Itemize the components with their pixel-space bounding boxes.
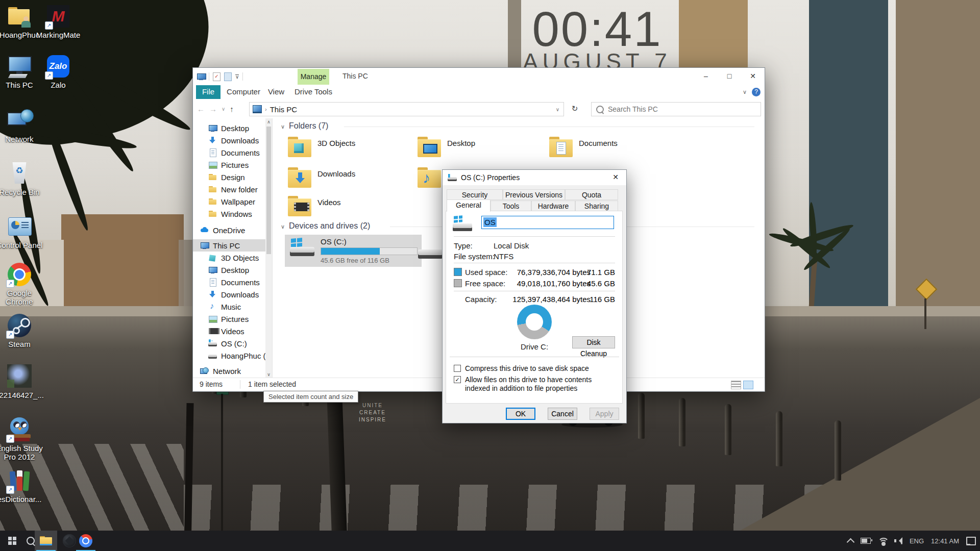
desktop-icon-label: MarkingMate [32,31,85,39]
taskbar-chrome[interactable] [75,531,97,551]
forward-icon[interactable]: → [209,105,217,113]
customize-qat-icon[interactable]: ∨ [235,74,239,79]
scrollbar-thumb[interactable] [266,127,271,254]
folder-tile-videos[interactable]: Videos [288,196,405,222]
disk-cleanup-button[interactable]: Disk Cleanup [572,336,615,348]
sidebar-item-pictures[interactable]: Pictures [193,159,272,171]
close-icon[interactable]: ✕ [605,170,626,185]
minimize-button[interactable]: – [694,68,718,85]
desktop-icon-english-study[interactable]: ↗ English Study Pro 2012 [0,417,46,461]
sidebar-item-downloads[interactable]: Downloads [193,134,272,146]
wifi-icon[interactable] [878,538,887,544]
cancel-button[interactable]: Cancel [548,408,577,420]
devices-section-header[interactable]: ∨Devices and drives (2) [281,221,370,231]
sidebar-item-wallpaper[interactable]: Wallpaper [193,195,272,208]
tab-general[interactable]: General [447,199,491,212]
tab-previous-versions[interactable]: Previous Versions [503,189,565,200]
help-icon[interactable]: ? [752,88,761,96]
recent-locations-icon[interactable]: ∨ [222,106,225,112]
compress-checkbox[interactable] [454,365,461,372]
scroll-up-icon[interactable]: ∧ [265,118,272,126]
computer-icon[interactable] [197,73,205,80]
title-bar[interactable]: ✓ ∨ Manage This PC – □ ✕ [193,68,765,85]
notification-center-icon[interactable] [966,537,976,545]
desktop-icon-control-panel[interactable]: Control Panel [0,214,46,249]
sidebar-scrollbar[interactable]: ∧ ∨ [265,118,272,378]
maximize-button[interactable]: □ [718,68,741,85]
drive-icon-partial[interactable] [417,240,444,260]
details-view-icon[interactable] [731,381,741,389]
dialog-title-bar[interactable]: OS (C:) Properties ✕ [443,170,626,185]
sidebar-item-downloads-pc[interactable]: Downloads [193,288,272,300]
collapse-ribbon-icon[interactable]: ∨ [743,89,747,95]
breadcrumb[interactable]: This PC [270,105,297,114]
sidebar-item-desktop-pc[interactable]: Desktop [193,264,272,276]
sidebar-item-new-folder[interactable]: New folder [193,183,272,195]
up-icon[interactable]: ↑ [230,105,234,113]
folder-tile-desktop[interactable]: Desktop [418,137,535,163]
taskbar-file-explorer[interactable] [35,531,57,551]
desktop-icon-zalo[interactable]: Zalo ↗ Zalo [32,54,85,89]
folder-tile-documents[interactable]: Documents [549,137,667,163]
refresh-button[interactable]: ↻ [568,102,581,115]
show-hidden-icons-chevron[interactable] [847,538,855,546]
ok-button[interactable]: OK [506,408,535,420]
monitor-icon [200,241,209,249]
sidebar-item-music[interactable]: Music [193,300,272,313]
sidebar-item-documents-pc[interactable]: Documents [193,276,272,288]
sidebar-item-documents[interactable]: Documents [193,146,272,159]
apply-button[interactable]: Apply [590,408,619,420]
taskbar-clock[interactable]: 12:41 AM [931,537,959,545]
back-icon[interactable]: ← [197,105,205,113]
thumbnails-view-icon[interactable] [743,381,753,389]
chrome-blue-icon [15,270,24,279]
desktop-icon-google-chrome[interactable]: ↗ Google Chrome [0,262,46,306]
tab-drive-tools[interactable]: Drive Tools [292,85,335,99]
sidebar-item-pictures-pc[interactable]: Pictures [193,313,272,325]
index-checkbox[interactable]: ✓ [454,376,461,383]
ribbon-right-controls: ∨ ? [743,85,761,99]
sidebar-item-design[interactable]: Design [193,171,272,183]
tab-file[interactable]: File [196,85,220,99]
sidebar-item-videos[interactable]: Videos [193,325,272,337]
tab-view[interactable]: View [263,85,289,99]
tab-sharing[interactable]: Sharing [575,201,618,211]
tab-security[interactable]: Security [447,189,503,200]
folder-tile-3d-objects[interactable]: 3D Objects [288,137,405,163]
desktop-icon-recycle-bin[interactable]: ♻ Recycle Bin [0,161,46,196]
sidebar-item-onedrive[interactable]: OneDrive [193,224,272,236]
chrome-icon [79,534,92,547]
tab-computer[interactable]: Computer [223,85,264,99]
desktop-icon-esdictionary[interactable]: ↗ esDictionar... [0,468,46,504]
tab-quota[interactable]: Quota [565,189,618,200]
tab-hardware[interactable]: Hardware [531,201,575,211]
sidebar-item-network[interactable]: Network [193,365,272,377]
desktop-icon-steam[interactable]: ↗ Steam [0,313,46,348]
used-space-size: 71.1 GB [579,268,615,277]
drive-tile-os-c[interactable]: OS (C:) 45.6 GB free of 116 GB [285,235,422,267]
new-folder-icon[interactable] [224,72,232,81]
sidebar-item-3d-objects[interactable]: 3D Objects [193,252,272,264]
properties-icon[interactable]: ✓ [213,72,220,81]
download-arrow-icon [296,172,305,188]
sidebar-item-hoangphuc-d[interactable]: HoangPhuc (D:) [193,349,272,362]
language-indicator[interactable]: ENG [910,537,924,545]
tab-tools[interactable]: Tools [491,201,531,211]
scroll-down-icon[interactable]: ∨ [265,371,272,378]
search-input[interactable]: Search This PC [591,102,761,116]
close-button[interactable]: ✕ [741,68,765,85]
desktop-icon-markingmate[interactable]: M ↗ MarkingMate [32,4,85,39]
volume-icon[interactable] [894,537,902,544]
desktop-icon-network[interactable]: Network [0,108,46,143]
desktop-icon-photo[interactable]: 222146427_... [0,364,46,399]
sidebar-item-desktop[interactable]: Desktop [193,122,272,134]
address-bar[interactable]: › This PC ∨ [249,102,564,116]
sidebar-item-windows[interactable]: Windows [193,208,272,220]
chevron-down-icon[interactable]: ∨ [556,107,559,112]
drive-name-field[interactable]: OS [481,216,614,229]
sidebar-item-os-c[interactable]: OS (C:) [193,337,272,349]
folders-section-header[interactable]: ∨Folders (7) [281,121,328,131]
sidebar-item-this-pc[interactable]: This PC [193,239,272,252]
folder-tile-downloads[interactable]: Downloads [288,167,405,194]
battery-icon[interactable] [861,538,871,544]
